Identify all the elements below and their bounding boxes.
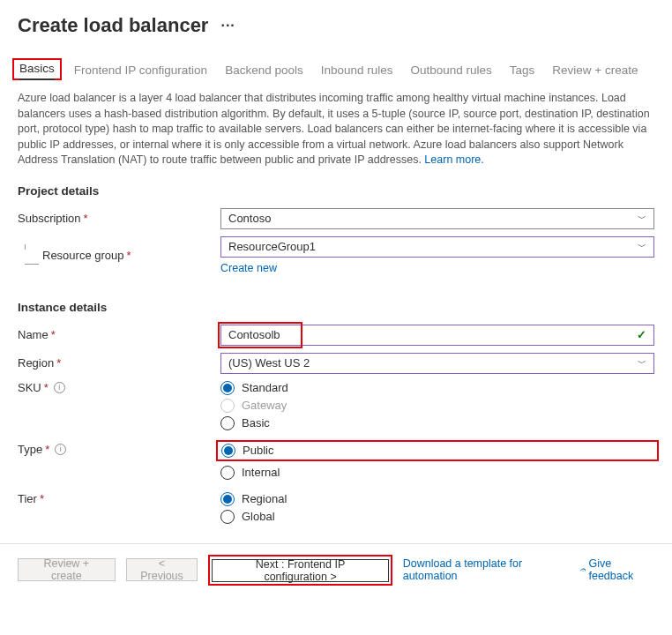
tab-backend-pools[interactable]: Backend pools — [225, 60, 303, 80]
sku-basic-radio[interactable]: Basic — [220, 416, 654, 430]
give-feedback-link[interactable]: 𝄐Give feedback — [579, 557, 654, 582]
resource-group-select[interactable]: ResourceGroup1 ﹀ — [220, 236, 654, 258]
required-icon: * — [84, 212, 88, 225]
sku-standard-radio[interactable]: Standard — [220, 381, 654, 395]
region-value: (US) West US 2 — [228, 356, 310, 370]
label-subscription: Subscription — [18, 212, 81, 225]
tier-regional-radio[interactable]: Regional — [220, 492, 654, 506]
tab-tags[interactable]: Tags — [510, 60, 535, 80]
tab-frontend-ip[interactable]: Frontend IP configuration — [74, 60, 207, 80]
sku-gateway-radio: Gateway — [220, 399, 654, 413]
description-text: Azure load balancer is a layer 4 load ba… — [18, 91, 654, 168]
region-select[interactable]: (US) West US 2 ﹀ — [220, 353, 654, 374]
required-icon: * — [40, 492, 44, 505]
info-icon[interactable]: i — [55, 444, 66, 455]
learn-more-link[interactable]: Learn more. — [424, 153, 483, 166]
section-instance-details: Instance details — [18, 301, 654, 314]
resource-group-value: ResourceGroup1 — [228, 240, 316, 253]
name-value: Contosolb — [228, 328, 280, 341]
label-sku: SKU — [18, 381, 41, 394]
chevron-down-icon: ﹀ — [638, 241, 646, 253]
tab-bar: Basics Frontend IP configuration Backend… — [18, 60, 654, 80]
more-icon[interactable]: ··· — [220, 18, 235, 34]
page-title: Create load balancer — [18, 14, 208, 37]
required-icon: * — [56, 356, 61, 370]
footer-bar: Review + create < Previous Next : Fronte… — [0, 543, 672, 596]
subscription-select[interactable]: Contoso ﹀ — [220, 208, 654, 229]
create-new-link[interactable]: Create new — [220, 262, 277, 274]
info-icon[interactable]: i — [54, 382, 65, 393]
type-internal-radio[interactable]: Internal — [220, 466, 654, 480]
label-region: Region — [18, 356, 54, 370]
tier-global-radio[interactable]: Global — [220, 510, 654, 524]
required-icon: * — [44, 381, 49, 394]
subscription-value: Contoso — [228, 212, 271, 225]
review-create-button[interactable]: Review + create — [18, 558, 116, 581]
required-icon: * — [127, 249, 131, 262]
tab-inbound-rules[interactable]: Inbound rules — [321, 60, 393, 80]
next-button[interactable]: Next : Frontend IP configuration > — [212, 559, 388, 582]
tab-outbound-rules[interactable]: Outbound rules — [411, 60, 492, 80]
tab-basics[interactable]: Basics — [19, 58, 55, 80]
name-input[interactable]: Contosolb ✓ — [220, 325, 654, 346]
previous-button[interactable]: < Previous — [126, 558, 198, 581]
chevron-down-icon: ﹀ — [638, 357, 646, 370]
section-project-details: Project details — [18, 184, 654, 198]
type-public-radio[interactable]: Public — [221, 444, 653, 458]
label-type: Type — [18, 443, 42, 456]
required-icon: * — [51, 328, 56, 341]
chevron-down-icon: ﹀ — [638, 213, 646, 225]
required-icon: * — [45, 443, 49, 456]
label-resource-group: Resource group — [42, 249, 124, 262]
tab-review-create[interactable]: Review + create — [552, 60, 638, 80]
download-template-link[interactable]: Download a template for automation — [403, 557, 570, 582]
check-icon: ✓ — [637, 328, 646, 341]
feedback-icon: 𝄐 — [579, 564, 586, 576]
label-tier: Tier — [18, 492, 37, 505]
label-name: Name — [18, 328, 49, 341]
